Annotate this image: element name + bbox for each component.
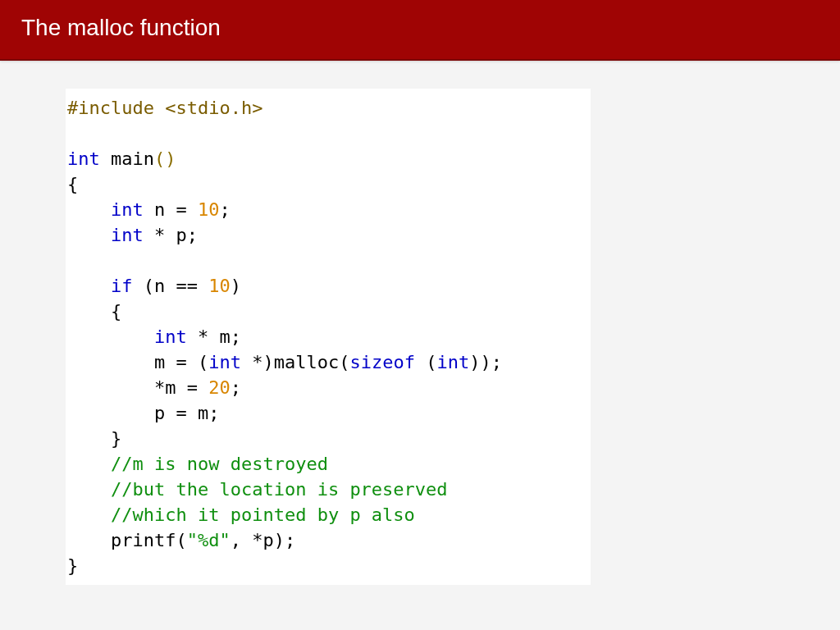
code-text: * m;: [187, 326, 241, 347]
code-keyword-int: int: [111, 225, 144, 245]
code-brace: }: [67, 555, 78, 576]
code-preproc: #include <stdio.h>: [67, 98, 262, 118]
code-text: , *p);: [231, 530, 295, 550]
code-text: ;: [231, 377, 241, 398]
code-brace: }: [111, 428, 121, 449]
code-paren: (): [154, 148, 176, 169]
code-keyword-sizeof: sizeof: [349, 352, 414, 372]
code-keyword-int: int: [208, 352, 241, 372]
code-brace: {: [67, 174, 78, 194]
code-keyword-int: int: [436, 352, 469, 372]
code-text: (: [415, 352, 437, 372]
code-text: ): [231, 276, 241, 296]
code-block: #include <stdio.h> int main() { int n = …: [66, 89, 591, 585]
code-keyword-int: int: [67, 148, 100, 169]
code-text: printf(: [111, 530, 187, 550]
slide-header: The malloc function: [0, 0, 840, 61]
code-number: 20: [208, 377, 231, 398]
code-text: ));: [469, 352, 502, 372]
code-text: (n ==: [132, 276, 208, 296]
code-text: m = (: [154, 352, 208, 372]
slide-title: The malloc function: [21, 15, 221, 40]
code-comment: //m is now destroyed: [111, 454, 328, 474]
code-number: 10: [208, 276, 231, 296]
code-func-main: main: [100, 148, 154, 169]
code-string: "%d": [187, 530, 231, 550]
code-text: *)malloc(: [241, 352, 349, 372]
code-text: n =: [144, 199, 198, 220]
code-keyword-int: int: [154, 326, 187, 347]
code-text: *m =: [154, 377, 208, 398]
code-text: p = m;: [154, 403, 219, 423]
code-brace: {: [111, 301, 121, 322]
code-keyword-int: int: [111, 199, 144, 220]
code-text: * p;: [144, 225, 198, 245]
code-number: 10: [198, 199, 220, 220]
slide-body: #include <stdio.h> int main() { int n = …: [0, 61, 840, 585]
code-keyword-if: if: [111, 276, 133, 296]
code-comment: //which it pointed by p also: [111, 504, 415, 525]
code-text: ;: [219, 199, 230, 220]
code-comment: //but the location is preserved: [111, 479, 448, 500]
